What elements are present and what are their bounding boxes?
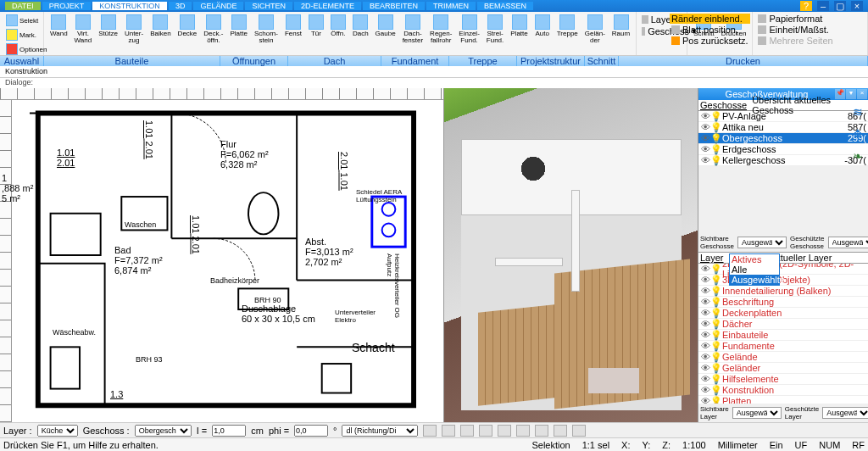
tool-balken[interactable]: Balken — [147, 14, 173, 38]
eye-icon[interactable]: 👁 — [700, 297, 710, 307]
tool-auto[interactable]: Auto — [532, 14, 553, 38]
menu-dimension[interactable]: BEMASSEN — [477, 2, 533, 10]
eye-icon[interactable]: 👁 — [700, 319, 710, 329]
tool-strei-fund-[interactable]: Strei- Fund. — [484, 14, 506, 45]
tool-schorn-stein[interactable]: Schorn- stein — [252, 14, 281, 45]
view-3d[interactable] — [444, 88, 698, 422]
bulb-icon[interactable]: 💡 — [710, 308, 721, 319]
mark-button[interactable]: Mark. — [3, 28, 39, 42]
eye-icon[interactable]: 👁 — [700, 122, 710, 132]
angle-input[interactable] — [294, 425, 328, 437]
eye-icon[interactable]: 👁 — [700, 352, 710, 362]
tool-unter-zug[interactable]: Unter- zug — [122, 14, 146, 45]
unit-scale[interactable]: Einheit/Maßst. — [756, 25, 864, 35]
floor-row[interactable]: 👁💡Erdgeschoss — [698, 144, 868, 155]
bulb-icon[interactable]: 💡 — [710, 264, 721, 275]
help-button[interactable]: ? — [800, 1, 812, 11]
bulb-icon[interactable]: 💡 — [710, 363, 721, 374]
tool-platte[interactable]: Platte — [227, 14, 249, 38]
tool-virt-wand[interactable]: Virt. Wand — [72, 14, 95, 45]
bulb-icon[interactable]: 💡 — [710, 144, 721, 155]
bulb-icon[interactable]: 💡 — [710, 352, 721, 363]
tool-dach-fenster[interactable]: Dach- fenster — [400, 14, 426, 45]
eye-icon[interactable]: 👁 — [700, 308, 710, 318]
layer-row[interactable]: 👁💡Hilfselemente — [698, 374, 868, 385]
eye-icon[interactable]: 👁 — [700, 396, 710, 404]
protected-floors-select[interactable]: Ausgewählte — [828, 237, 869, 248]
tb-icon-7[interactable] — [535, 425, 548, 437]
layer-row[interactable]: 👁💡Fundamente — [698, 341, 868, 352]
floor-row[interactable]: 👁💡Attika neu587( — [698, 122, 868, 133]
layer-row[interactable]: 👁💡Platten — [698, 396, 868, 404]
bulb-icon[interactable]: 💡 — [710, 133, 721, 144]
bulb-icon[interactable]: 💡 — [710, 385, 721, 396]
tool-gaube[interactable]: Gaube — [373, 14, 398, 38]
minimize-button[interactable]: – — [817, 1, 829, 11]
reset-position[interactable]: Pos zurücksetz. — [670, 36, 750, 46]
bulb-icon[interactable]: 💡 — [710, 155, 721, 166]
tool-fenst[interactable]: Fenst — [282, 14, 304, 38]
tree-icon[interactable]: ❧ — [850, 149, 865, 164]
move-icon[interactable]: ✥ — [850, 127, 865, 142]
layer-select[interactable]: Küche — [37, 425, 78, 437]
maximize-button[interactable]: ▢ — [834, 1, 846, 11]
menu-construction[interactable]: KONSTRUKTION — [92, 2, 167, 10]
bulb-icon[interactable]: 💡 — [710, 297, 721, 308]
dropdown-popup[interactable]: Aktives Alle Ausgewählte — [729, 253, 780, 286]
menu-edit[interactable]: BEARBEITEN — [363, 2, 425, 10]
layer-row[interactable]: 👁💡Geländer — [698, 363, 868, 374]
bulb-icon[interactable]: 💡 — [710, 286, 721, 297]
tab-geschosse[interactable]: Geschosse — [700, 100, 747, 110]
layer-row[interactable]: 👁💡Einbauteile — [698, 330, 868, 341]
tb-icon-5[interactable] — [498, 425, 511, 437]
tool-t-r[interactable]: Tür — [306, 14, 326, 38]
tool-treppe[interactable]: Treppe — [554, 14, 581, 38]
tool-raum[interactable]: Raum — [609, 14, 632, 38]
layer-row[interactable]: 👁💡Innendetailierung (Balken) — [698, 286, 868, 297]
menu-3d[interactable]: 3D — [169, 2, 192, 10]
bulb-icon[interactable]: 💡 — [710, 374, 721, 385]
tool-einzel-fund-[interactable]: Einzel- Fund. — [456, 14, 481, 45]
visible-floors-select[interactable]: Ausgewählte — [737, 237, 787, 248]
more-pages[interactable]: Mehrere Seiten — [756, 36, 864, 46]
menu-trim[interactable]: TRIMMEN — [426, 2, 476, 10]
tool-decke[interactable]: Decke — [175, 14, 200, 38]
eye-icon[interactable]: 👁 — [700, 111, 710, 121]
menu-2d-elements[interactable]: 2D-ELEMENTE — [294, 2, 361, 10]
margins-button[interactable]: Ränder einblend. — [670, 14, 750, 24]
select-button[interactable]: Selekt — [3, 14, 41, 28]
eye-icon[interactable]: 👁 — [700, 374, 710, 384]
layers-stack-icon[interactable]: ≋ — [850, 105, 865, 120]
eye-icon[interactable]: 👁 — [700, 275, 710, 285]
eye-icon[interactable]: 👁 — [700, 133, 710, 143]
menu-file[interactable]: DATEI — [5, 2, 41, 10]
eye-icon[interactable]: 👁 — [700, 330, 710, 340]
floor-select[interactable]: Obergesch — [135, 425, 192, 437]
tb-icon-2[interactable] — [442, 425, 455, 437]
tool-wand[interactable]: Wand — [47, 14, 70, 38]
eye-icon[interactable]: 👁 — [700, 341, 710, 351]
tab-layer[interactable]: Layer — [700, 253, 724, 263]
close-button[interactable]: × — [851, 1, 863, 11]
floor-row[interactable]: 👁💡Obergeschoss299( — [698, 133, 868, 144]
visible-layers-select[interactable]: Ausgewählte — [732, 407, 782, 419]
floor-row[interactable]: 👁💡Kellergeschoss-307( — [698, 155, 868, 166]
paper-format[interactable]: Papierformat — [756, 14, 864, 24]
plan-2d-view[interactable]: FlurF=6,062 m²6,328 m² BadF=7,372 m²6,87… — [0, 88, 444, 422]
bulb-icon[interactable]: 💡 — [710, 111, 721, 122]
tool-st-tze[interactable]: Stütze — [96, 14, 120, 38]
bulb-icon[interactable]: 💡 — [710, 319, 721, 330]
layer-row[interactable]: 👁💡Dächer — [698, 319, 868, 330]
eye-icon[interactable]: 👁 — [700, 286, 710, 296]
bulb-icon[interactable]: 💡 — [710, 330, 721, 341]
menu-views[interactable]: SICHTEN — [245, 2, 292, 10]
eye-icon[interactable]: 👁 — [700, 385, 710, 395]
tool-dach[interactable]: Dach — [350, 14, 371, 38]
options-button[interactable]: Optionen — [3, 42, 49, 57]
tool-gel-n-der[interactable]: Gelän- der — [582, 14, 608, 45]
sheet-position[interactable]: Blatt position. — [670, 25, 750, 35]
layer-row[interactable]: 👁💡2D-Elemente (2D-Symbole, 2D-Linien) — [698, 264, 868, 275]
bulb-icon[interactable]: 💡 — [710, 122, 721, 133]
tb-icon-9[interactable] — [572, 425, 586, 437]
eye-icon[interactable]: 👁 — [700, 155, 710, 165]
